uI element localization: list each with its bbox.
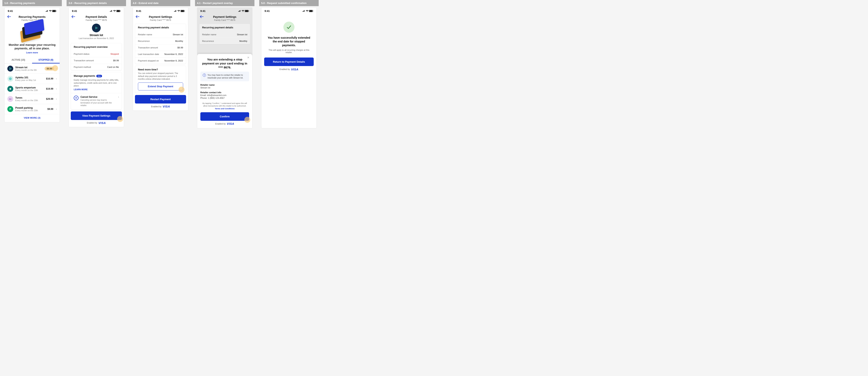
- back-icon[interactable]: [200, 15, 204, 19]
- price: $9.99: [48, 108, 53, 111]
- back-icon[interactable]: [7, 15, 12, 19]
- success-subtitle: This will apply to all recurring charges…: [261, 49, 316, 54]
- merchant-schedule: Every month on the 20th: [15, 109, 45, 112]
- status-bar: 9:41: [261, 7, 316, 14]
- merchant-schedule: Every month on the 15th: [15, 99, 44, 102]
- retailer-contact-label: Retailer contact info: [200, 91, 249, 94]
- terms-link[interactable]: Terms and Conditions: [215, 108, 235, 110]
- info-icon: i: [203, 74, 206, 77]
- panel-title: 4.1 - Restart payment overlay: [195, 0, 254, 6]
- list-item[interactable]: Stream lotEvery month on the 6th$9.99›: [5, 64, 60, 74]
- svg-rect-1: [53, 10, 56, 12]
- phone-frame: 9:41 You have successfully extended the …: [261, 7, 317, 128]
- detail-value: $9.99: [177, 47, 183, 49]
- page-title: Recurring Payments: [12, 15, 53, 19]
- detail-row: Payment statusStopped: [71, 51, 122, 57]
- overview-title: Recurring payment overview: [74, 46, 119, 48]
- detail-value: Stopped: [111, 53, 119, 55]
- status-bar: 9:41: [69, 7, 124, 14]
- merchant-icon: [7, 86, 13, 92]
- merchant-schedule: Every year on May 1st: [15, 79, 44, 81]
- panel-4: 4.0 - Extend end date 9:41 Payment Setti…: [131, 0, 190, 111]
- visa-logo-icon: VISA: [98, 121, 106, 124]
- price: $29.99: [46, 97, 53, 100]
- chevron-right-icon: ›: [118, 95, 119, 98]
- manage-learn-more-link[interactable]: LEARN MORE: [74, 88, 119, 91]
- learn-more-link[interactable]: Learn more: [8, 51, 56, 54]
- detail-key: Recurrence: [138, 40, 150, 42]
- detail-row: Last transaction dateNovember 6, 2022: [135, 51, 186, 57]
- merchant-subtitle: Last transaction on November 6, 2022: [69, 37, 124, 39]
- panel-title: 4.0 - Extend end date: [131, 0, 190, 6]
- cancel-title: Cancel Service: [81, 95, 116, 98]
- details-title: Recurring payment details: [202, 26, 247, 29]
- panel-5: 5.0 - Request submitted confirmation 9:4…: [259, 0, 319, 128]
- phone-frame: 9:41 Payment Settings Family Card **** 8…: [133, 7, 188, 111]
- svg-rect-5: [117, 10, 120, 12]
- card-subtitle: Family Card **** 8676: [12, 19, 53, 21]
- phone-frame: 9:41 Recurring Payments Family Card ****…: [4, 7, 60, 122]
- manage-payments-desc: Easily manage recurring payments for uti…: [74, 79, 119, 87]
- enabled-by-label: Enabled byVISA: [261, 68, 316, 71]
- status-time: 9:41: [200, 9, 206, 12]
- enabled-by-label: Enabled byVISA: [200, 122, 249, 125]
- status-bar: 9:41: [133, 7, 188, 14]
- consent-text: By tapping "Confirm," I understand and a…: [200, 102, 249, 110]
- status-time: 9:41: [265, 9, 270, 12]
- card-subtitle: Family Card **** 8676: [140, 19, 181, 21]
- confirm-button[interactable]: Confirm: [200, 112, 249, 121]
- card-subtitle: Family Card **** 8676: [204, 19, 245, 21]
- panel-3: 3.0 - Recurring payment details 9:41 Pay…: [67, 0, 126, 127]
- panel-title: 5.0 - Request submitted confirmation: [259, 0, 319, 6]
- status-icons: [110, 10, 121, 12]
- status-icons: [238, 10, 249, 12]
- detail-value: November 6, 2022: [164, 53, 183, 55]
- list-item[interactable]: PPowell parkingEvery month on the 20th$9…: [5, 104, 60, 114]
- extend-stop-payment-button[interactable]: Extend Stop Payment: [138, 83, 183, 90]
- svg-rect-14: [309, 10, 312, 12]
- status-bar: 9:41: [197, 7, 252, 14]
- list-item[interactable]: TunesEvery month on the 15th$29.99›: [5, 94, 60, 104]
- status-time: 9:41: [8, 9, 13, 12]
- detail-key: Last transaction date: [138, 53, 159, 55]
- detail-row: RecurrenceMonthly: [135, 38, 186, 44]
- back-icon[interactable]: [71, 15, 76, 19]
- detail-value: November 8, 2022: [164, 59, 183, 62]
- merchant-icon: [7, 66, 13, 71]
- detail-key: Recurrence: [202, 40, 214, 42]
- list-item[interactable]: Apteka 101Every year on May 1st$16.99›: [5, 74, 60, 84]
- info-banner: i You may have to contact the retailer t…: [200, 71, 249, 81]
- back-icon[interactable]: [136, 15, 140, 19]
- status-icons: [302, 10, 313, 12]
- panel-41: 4.1 - Restart payment overlay 9:41 Payme…: [195, 0, 254, 128]
- detail-key: Transaction amount: [74, 59, 94, 62]
- enabled-by-label: Enabled byVISA: [69, 121, 124, 124]
- merchant-schedule: Every month on the 6th: [15, 69, 42, 71]
- panel-1: 1.0 - Recurring payments 9:41 Recurring …: [2, 0, 62, 122]
- price: $19.99: [46, 87, 53, 90]
- success-icon: [283, 22, 294, 33]
- chevron-right-icon: ›: [56, 77, 57, 80]
- chevron-right-icon: ›: [56, 67, 57, 70]
- detail-row: Transaction amount$9.99: [71, 57, 122, 64]
- details-title: Recurring payment details: [138, 26, 183, 29]
- close-icon[interactable]: ✕: [247, 56, 249, 59]
- chevron-right-icon: ›: [56, 108, 57, 111]
- detail-key: Payment stopped on: [138, 59, 159, 62]
- svg-rect-8: [181, 10, 184, 12]
- tab-stopped[interactable]: STOPPED (8): [32, 57, 60, 63]
- price: $16.99: [46, 77, 53, 80]
- cancel-service-row[interactable]: ✕ Cancel Service Canceling service may l…: [71, 93, 122, 109]
- list-item[interactable]: Sports emporiumEvery month on the 10th$1…: [5, 84, 60, 94]
- tab-active[interactable]: ACTIVE (15): [5, 57, 32, 63]
- merchant-icon: [7, 96, 13, 102]
- detail-value: $9.99: [113, 59, 119, 62]
- retailer-email: Email: info@streamlot.com: [200, 94, 249, 96]
- restart-payment-button[interactable]: Restart Payment: [135, 95, 186, 104]
- detail-value: Card on file: [107, 66, 119, 68]
- visa-logo-icon: VISA: [291, 68, 299, 71]
- return-button[interactable]: Return to Payment Details: [264, 58, 314, 66]
- view-more-link[interactable]: VIEW MORE (3): [5, 114, 60, 120]
- view-payment-settings-button[interactable]: View Payment Settings: [71, 112, 122, 120]
- detail-value: Monthly: [239, 40, 247, 42]
